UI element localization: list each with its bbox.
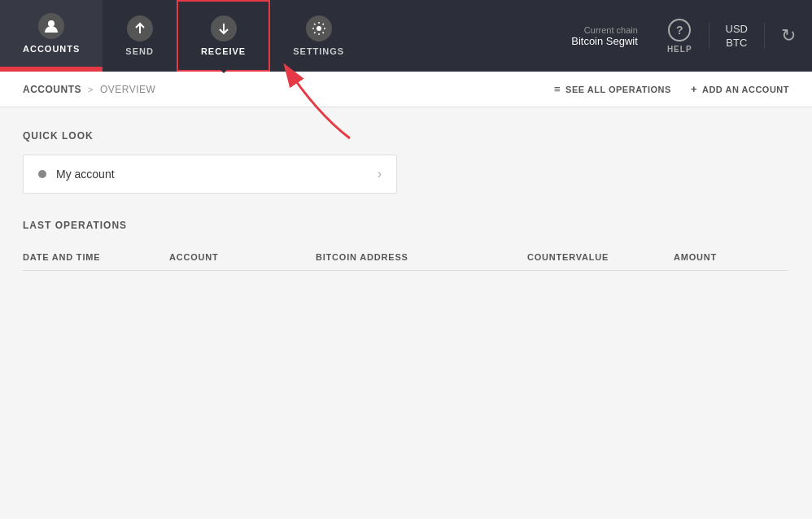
- account-name: My account: [56, 168, 115, 181]
- quicklook-title: QUICK LOOK: [23, 130, 789, 142]
- top-navigation: ACCOUNTS SEND RECEIVE SETTINGS Curren: [0, 0, 812, 72]
- refresh-button[interactable]: ↻: [765, 25, 812, 46]
- my-account-card[interactable]: My account ›: [23, 155, 397, 194]
- receive-label: RECEIVE: [201, 46, 246, 56]
- chevron-right-icon: ›: [378, 167, 382, 181]
- nav-item-send[interactable]: SEND: [103, 0, 177, 72]
- see-all-operations-button[interactable]: ≡ SEE ALL OPERATIONS: [554, 83, 671, 95]
- see-all-label: SEE ALL OPERATIONS: [565, 85, 671, 94]
- settings-label: SETTINGS: [293, 46, 344, 56]
- breadcrumb-accounts[interactable]: ACCOUNTS: [23, 84, 81, 95]
- add-account-icon: +: [691, 83, 697, 95]
- nav-item-accounts[interactable]: ACCOUNTS: [0, 0, 103, 72]
- svg-point-0: [48, 20, 55, 27]
- currency-box: USD BTC: [709, 23, 765, 49]
- chain-label: Current chain: [584, 25, 638, 35]
- send-icon: [127, 15, 153, 41]
- add-account-label: ADD AN ACCOUNT: [702, 85, 789, 94]
- account-card-left: My account: [38, 168, 115, 181]
- col-bitcoin-address: BITCOIN ADDRESS: [316, 252, 527, 262]
- breadcrumb-overview: OVERVIEW: [100, 84, 155, 95]
- currency-usd: USD: [726, 23, 748, 35]
- receive-icon: [211, 15, 237, 41]
- see-all-icon: ≡: [554, 83, 561, 95]
- settings-icon: [306, 15, 332, 41]
- chain-value: Bitcoin Segwit: [571, 35, 638, 47]
- table-header: DATE AND TIME ACCOUNT BITCOIN ADDRESS CO…: [23, 244, 788, 271]
- table-body: [23, 271, 789, 434]
- svg-point-1: [317, 26, 321, 31]
- col-countervalue: COUNTERVALUE: [527, 252, 674, 262]
- nav-item-receive[interactable]: RECEIVE: [177, 0, 270, 72]
- main-content: QUICK LOOK My account › LAST OPERATIONS …: [0, 107, 812, 519]
- accounts-icon: [38, 13, 64, 39]
- account-dot: [38, 170, 46, 178]
- accounts-label: ACCOUNTS: [23, 44, 80, 54]
- chain-info: Current chain Bitcoin Segwit: [558, 25, 651, 47]
- nav-item-settings[interactable]: SETTINGS: [270, 0, 367, 72]
- add-account-button[interactable]: + ADD AN ACCOUNT: [691, 83, 789, 95]
- col-account: ACCOUNT: [169, 252, 316, 262]
- breadcrumb-actions: ≡ SEE ALL OPERATIONS + ADD AN ACCOUNT: [554, 83, 789, 95]
- help-icon: ?: [668, 19, 691, 41]
- breadcrumb: ACCOUNTS > OVERVIEW: [23, 84, 155, 95]
- send-label: SEND: [125, 46, 154, 56]
- col-amount: AMOUNT: [674, 252, 788, 262]
- help-label: HELP: [667, 45, 692, 54]
- last-operations-title: LAST OPERATIONS: [23, 220, 789, 231]
- quicklook-section: QUICK LOOK My account ›: [23, 130, 789, 194]
- refresh-icon: ↻: [781, 25, 796, 46]
- col-date: DATE AND TIME: [23, 252, 169, 262]
- breadcrumb-separator: >: [88, 85, 94, 94]
- last-operations-section: LAST OPERATIONS DATE AND TIME ACCOUNT BI…: [23, 220, 789, 434]
- currency-btc: BTC: [726, 37, 747, 49]
- breadcrumb-bar: ACCOUNTS > OVERVIEW ≡ SEE ALL OPERATIONS…: [0, 72, 812, 107]
- help-button[interactable]: ? HELP: [651, 19, 709, 54]
